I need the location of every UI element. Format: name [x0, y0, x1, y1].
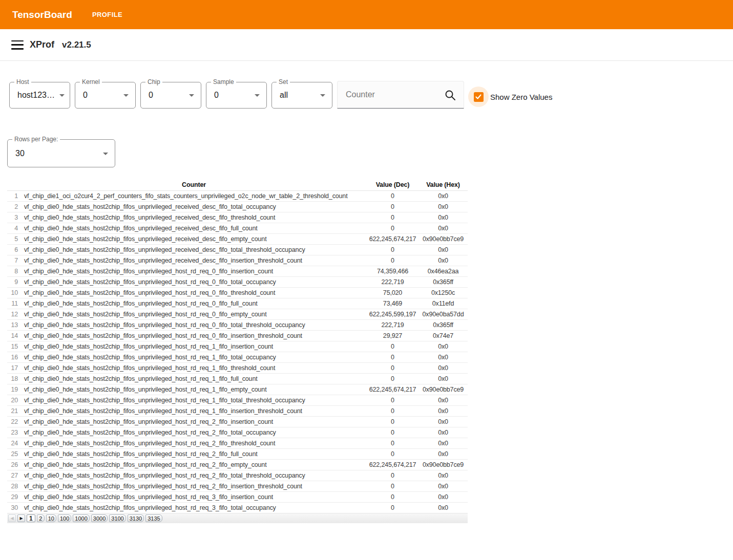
page-next-button[interactable]: ▶	[17, 514, 25, 522]
row-number: 16	[7, 352, 21, 362]
value-dec-cell: 0	[367, 427, 418, 438]
value-dec-cell: 0	[367, 352, 418, 362]
page-button-1[interactable]: 1	[27, 514, 35, 522]
counter-name-cell: vf_chip_die0_hde_stats_host2chip_fifos_u…	[21, 362, 367, 373]
page-button-1000[interactable]: 1000	[73, 514, 89, 522]
value-dec-cell: 0	[367, 341, 418, 352]
table-row[interactable]: 7 vf_chip_die0_hde_stats_host2chip_fifos…	[7, 255, 468, 266]
page-button-3000[interactable]: 3000	[91, 514, 108, 522]
value-dec-header[interactable]: Value (Dec)	[367, 180, 418, 190]
counter-name-cell: vf_chip_die0_hde_stats_host2chip_fifos_u…	[21, 502, 367, 513]
row-number: 28	[7, 481, 21, 491]
counter-search-input[interactable]: Counter	[337, 81, 464, 109]
table-row[interactable]: 22 vf_chip_die0_hde_stats_host2chip_fifo…	[7, 416, 468, 427]
table-row[interactable]: 6 vf_chip_die0_hde_stats_host2chip_fifos…	[7, 244, 468, 255]
table-row[interactable]: 9 vf_chip_die0_hde_stats_host2chip_fifos…	[7, 276, 468, 287]
show-zero-values-checkbox[interactable]	[468, 87, 489, 107]
counter-name-cell: vf_chip_die0_hde_stats_host2chip_fifos_u…	[21, 405, 367, 416]
page: TensorBoard PROFILE XProf v2.21.5 Host h…	[0, 0, 733, 560]
row-number: 17	[7, 362, 21, 373]
chip-select[interactable]: Chip 0	[140, 82, 201, 109]
value-hex-cell: 0x0	[418, 190, 468, 201]
table-row[interactable]: 4 vf_chip_die0_hde_stats_host2chip_fifos…	[7, 223, 468, 233]
counter-header[interactable]: Counter	[21, 180, 367, 190]
page-button-10[interactable]: 10	[46, 514, 56, 522]
table-row[interactable]: 10 vf_chip_die0_hde_stats_host2chip_fifo…	[7, 287, 468, 298]
value-dec-cell: 0	[367, 448, 418, 459]
table-row[interactable]: 14 vf_chip_die0_hde_stats_host2chip_fifo…	[7, 330, 468, 341]
counter-name-cell: vf_chip_die0_hde_stats_host2chip_fifos_u…	[21, 481, 367, 491]
rows-per-page-value: 30	[15, 140, 25, 167]
table-row[interactable]: 12 vf_chip_die0_hde_stats_host2chip_fifo…	[7, 309, 468, 319]
table-row[interactable]: 3 vf_chip_die0_hde_stats_host2chip_fifos…	[7, 212, 468, 223]
table-row[interactable]: 25 vf_chip_die0_hde_stats_host2chip_fifo…	[7, 448, 468, 459]
host-select-value: host123…	[17, 82, 55, 108]
table-row[interactable]: 18 vf_chip_die0_hde_stats_host2chip_fifo…	[7, 373, 468, 384]
value-hex-cell: 0x0	[418, 416, 468, 427]
page-prev-button[interactable]: ◀	[8, 514, 16, 522]
page-button-3100[interactable]: 3100	[109, 514, 125, 522]
table-row[interactable]: 30 vf_chip_die0_hde_stats_host2chip_fifo…	[7, 502, 468, 513]
counter-name-cell: vf_chip_die0_hde_stats_host2chip_fifos_u…	[21, 341, 367, 352]
row-number: 13	[7, 319, 21, 330]
value-dec-cell: 622,245,674,217	[367, 233, 418, 244]
table-row[interactable]: 13 vf_chip_die0_hde_stats_host2chip_fifo…	[7, 319, 468, 330]
row-number: 8	[7, 266, 21, 276]
counter-name-cell: vf_chip_die0_hde_stats_host2chip_fifos_u…	[21, 244, 367, 255]
host-select[interactable]: Host host123…	[9, 82, 70, 109]
counter-name-cell: vf_chip_die0_hde_stats_host2chip_fifos_u…	[21, 201, 367, 212]
table-header-row: Counter Value (Dec) Value (Hex)	[7, 180, 468, 190]
chip-select-value: 0	[149, 82, 153, 108]
rows-per-page-select[interactable]: Rows per Page: 30	[7, 139, 115, 167]
table-row[interactable]: 1 vf_chip_die1_oci_o2cur4_2_perf_counter…	[7, 190, 468, 201]
table-row[interactable]: 23 vf_chip_die0_hde_stats_host2chip_fifo…	[7, 427, 468, 438]
value-dec-cell: 0	[367, 362, 418, 373]
sample-select[interactable]: Sample 0	[206, 82, 267, 109]
table-row[interactable]: 5 vf_chip_die0_hde_stats_host2chip_fifos…	[7, 233, 468, 244]
counter-name-cell: vf_chip_die0_hde_stats_host2chip_fifos_u…	[21, 276, 367, 287]
page-button-3130[interactable]: 3130	[128, 514, 144, 522]
row-number: 19	[7, 384, 21, 395]
table-row[interactable]: 21 vf_chip_die0_hde_stats_host2chip_fifo…	[7, 405, 468, 416]
table-row[interactable]: 27 vf_chip_die0_hde_stats_host2chip_fifo…	[7, 470, 468, 481]
table-row[interactable]: 15 vf_chip_die0_hde_stats_host2chip_fifo…	[7, 341, 468, 352]
search-icon[interactable]	[444, 89, 456, 103]
counter-name-cell: vf_chip_die0_hde_stats_host2chip_fifos_u…	[21, 438, 367, 448]
table-row[interactable]: 29 vf_chip_die0_hde_stats_host2chip_fifo…	[7, 491, 468, 502]
row-number: 12	[7, 309, 21, 319]
row-number: 3	[7, 212, 21, 223]
table-row[interactable]: 2 vf_chip_die0_hde_stats_host2chip_fifos…	[7, 201, 468, 212]
row-number: 1	[7, 190, 21, 201]
table-row[interactable]: 20 vf_chip_die0_hde_stats_host2chip_fifo…	[7, 395, 468, 405]
table-row[interactable]: 19 vf_chip_die0_hde_stats_host2chip_fifo…	[7, 384, 468, 395]
table-row[interactable]: 11 vf_chip_die0_hde_stats_host2chip_fifo…	[7, 298, 468, 309]
table-row[interactable]: 17 vf_chip_die0_hde_stats_host2chip_fifo…	[7, 362, 468, 373]
value-hex-cell: 0x11efd	[418, 298, 468, 309]
row-number: 9	[7, 276, 21, 287]
counter-name-cell: vf_chip_die0_hde_stats_host2chip_fifos_u…	[21, 298, 367, 309]
page-button-3135[interactable]: 3135	[145, 514, 162, 522]
table-row[interactable]: 16 vf_chip_die0_hde_stats_host2chip_fifo…	[7, 352, 468, 362]
set-select[interactable]: Set all	[271, 82, 332, 109]
table-row[interactable]: 26 vf_chip_die0_hde_stats_host2chip_fifo…	[7, 459, 468, 470]
value-hex-header[interactable]: Value (Hex)	[418, 180, 468, 190]
table-row[interactable]: 28 vf_chip_die0_hde_stats_host2chip_fifo…	[7, 481, 468, 491]
page-button-100[interactable]: 100	[58, 514, 71, 522]
page-button-2[interactable]: 2	[37, 514, 45, 522]
chevron-down-icon	[59, 94, 65, 97]
value-dec-cell: 0	[367, 416, 418, 427]
table-row[interactable]: 8 vf_chip_die0_hde_stats_host2chip_fifos…	[7, 266, 468, 276]
value-dec-cell: 73,469	[367, 298, 418, 309]
kernel-select[interactable]: Kernel 0	[75, 82, 136, 109]
counter-name-cell: vf_chip_die0_hde_stats_host2chip_fifos_u…	[21, 255, 367, 266]
table-row[interactable]: 24 vf_chip_die0_hde_stats_host2chip_fifo…	[7, 438, 468, 448]
tab-profile[interactable]: PROFILE	[87, 0, 128, 29]
value-dec-cell: 0	[367, 502, 418, 513]
hamburger-menu-icon[interactable]	[11, 40, 24, 50]
counter-name-cell: vf_chip_die0_hde_stats_host2chip_fifos_u…	[21, 287, 367, 298]
row-number: 2	[7, 201, 21, 212]
chevron-down-icon	[103, 153, 108, 155]
row-number: 24	[7, 438, 21, 448]
value-dec-cell: 622,245,674,217	[367, 459, 418, 470]
checkbox-checked-icon	[474, 92, 484, 102]
